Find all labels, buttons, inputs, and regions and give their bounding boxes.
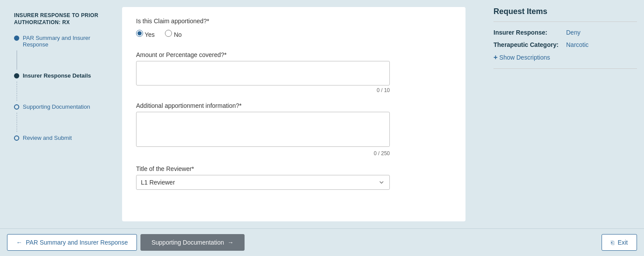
exit-button[interactable]: ⎗ Exit: [602, 234, 637, 251]
therapeutic-value: Narcotic: [566, 41, 588, 48]
reviewer-group: Title of the Reviewer* L1 Reviewer L2 Re…: [136, 165, 390, 190]
additional-info-group: Additional apportionment information?* 0…: [136, 102, 390, 156]
radio-no-option[interactable]: No: [165, 30, 182, 38]
sidebar-label-review-submit: Review and Submit: [23, 135, 72, 141]
amount-label: Amount or Percentage covered?*: [136, 51, 390, 58]
reviewer-label: Title of the Reviewer*: [136, 165, 390, 172]
show-descriptions-label: Show Descriptions: [499, 54, 550, 61]
insurer-response-row: Insurer Response: Deny: [494, 29, 637, 36]
additional-char-count: 0 / 250: [136, 150, 390, 156]
show-descriptions-button[interactable]: + Show Descriptions: [494, 53, 550, 61]
claim-apportioned-label: Is this Claim apportioned?*: [136, 18, 390, 25]
radio-no-input[interactable]: [165, 30, 172, 37]
back-arrow-icon: ←: [16, 239, 22, 246]
amount-char-count: 0 / 10: [136, 87, 390, 93]
circle-icon-supporting: [14, 104, 19, 110]
sidebar-connector-1: [17, 50, 17, 70]
sidebar-label-par-summary: PAR Summary and Insurer Response: [23, 35, 112, 48]
next-button[interactable]: Supporting Documentation →: [140, 234, 245, 251]
insurer-response-key: Insurer Response:: [494, 29, 559, 36]
sidebar-connector-3: [17, 113, 17, 132]
radio-no-label: No: [174, 31, 182, 38]
content-wrapper: Is this Claim apportioned?* Yes No: [119, 7, 637, 221]
sidebar-header: INSURER RESPONSE TO PRIOR AUTHORIZATION:…: [14, 12, 112, 26]
circle-icon-par: [14, 36, 19, 41]
radio-yes-option[interactable]: Yes: [136, 30, 154, 38]
bottom-nav-left: ← PAR Summary and Insurer Response Suppo…: [7, 234, 245, 251]
back-button-label: PAR Summary and Insurer Response: [26, 239, 128, 246]
right-panel-title: Request Items: [494, 7, 637, 22]
sidebar-connector-2: [17, 82, 17, 101]
radio-yes-input[interactable]: [136, 30, 143, 37]
circle-icon-insurer: [14, 73, 19, 78]
amount-input[interactable]: [136, 61, 390, 85]
sidebar-label-insurer-response: Insurer Response Details: [23, 72, 91, 79]
sidebar-item-insurer-response-details[interactable]: Insurer Response Details: [14, 70, 112, 82]
reviewer-select[interactable]: L1 Reviewer L2 Reviewer L3 Reviewer: [136, 175, 390, 190]
right-panel-divider: [494, 68, 637, 69]
sidebar-label-supporting-doc: Supporting Documentation: [23, 103, 90, 110]
claim-apportioned-group: Is this Claim apportioned?* Yes No: [136, 18, 390, 41]
sidebar: INSURER RESPONSE TO PRIOR AUTHORIZATION:…: [7, 7, 119, 221]
exit-icon: ⎗: [611, 239, 614, 246]
additional-info-textarea[interactable]: [136, 112, 390, 147]
bottom-nav: ← PAR Summary and Insurer Response Suppo…: [0, 228, 644, 256]
plus-icon: +: [494, 53, 497, 61]
sidebar-item-review-submit[interactable]: Review and Submit: [14, 132, 112, 144]
exit-button-label: Exit: [618, 239, 628, 246]
next-button-label: Supporting Documentation: [151, 239, 224, 246]
circle-icon-review: [14, 135, 19, 141]
next-arrow-icon: →: [228, 239, 234, 246]
amount-group: Amount or Percentage covered?* 0 / 10: [136, 51, 390, 93]
insurer-response-value: Deny: [566, 29, 581, 36]
sidebar-item-supporting-documentation[interactable]: Supporting Documentation: [14, 101, 112, 113]
right-panel: Request Items Insurer Response: Deny The…: [480, 7, 637, 221]
form-section: Is this Claim apportioned?* Yes No: [136, 18, 390, 190]
form-area: Is this Claim apportioned?* Yes No: [122, 7, 466, 221]
claim-apportioned-radio-group: Yes No: [136, 30, 390, 41]
therapeutic-key: Therapeutic Category:: [494, 41, 559, 48]
additional-label: Additional apportionment information?*: [136, 102, 390, 109]
sidebar-item-par-summary[interactable]: PAR Summary and Insurer Response: [14, 32, 112, 50]
radio-yes-label: Yes: [145, 31, 155, 38]
back-button[interactable]: ← PAR Summary and Insurer Response: [7, 234, 137, 251]
therapeutic-row: Therapeutic Category: Narcotic: [494, 41, 637, 48]
